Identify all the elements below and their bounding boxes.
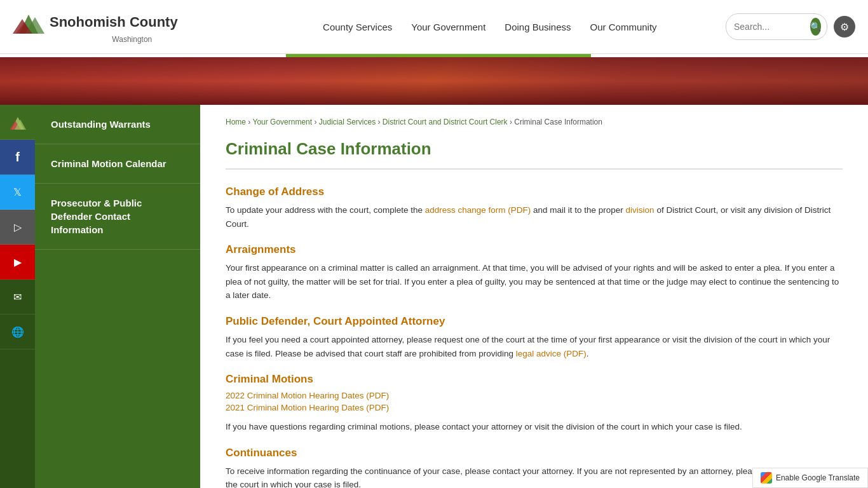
search-input[interactable]	[734, 22, 810, 32]
youtube-icon: ▶	[14, 256, 22, 268]
section-text-continuances: To receive information regarding the con…	[226, 464, 843, 488]
search-box[interactable]: 🔍	[726, 13, 827, 40]
nav-your-government[interactable]: Your Government	[411, 22, 485, 32]
rss-button[interactable]: ▷	[0, 210, 35, 245]
translate-label: Enable Google Translate	[776, 473, 860, 482]
nav-county-services[interactable]: County Services	[323, 22, 392, 32]
sidebar-home-button[interactable]	[0, 105, 35, 140]
social-sidebar: f 𝕏 ▷ ▶ ✉ 🌐	[0, 105, 35, 488]
youtube-button[interactable]: ▶	[0, 245, 35, 280]
legal-advice-link[interactable]: legal advice (PDF)	[516, 349, 587, 358]
sidebar-item-warrants[interactable]: Outstanding Warrants	[35, 105, 200, 144]
section-heading-criminal-motions: Criminal Motions	[226, 373, 843, 386]
breadcrumb: Home › Your Government › Judicial Servic…	[226, 118, 843, 126]
twitter-button[interactable]: 𝕏	[0, 175, 35, 210]
home-mountain-icon	[9, 113, 27, 131]
search-button[interactable]: 🔍	[810, 18, 821, 36]
logo-area[interactable]: Snohomish County Washington	[13, 10, 178, 44]
twitter-icon: 𝕏	[13, 186, 22, 198]
breadcrumb-home[interactable]: Home	[226, 118, 246, 126]
logo-text: Snohomish County	[13, 10, 178, 35]
sidebar-item-criminal-motion[interactable]: Criminal Motion Calendar	[35, 144, 200, 184]
gear-icon: ⚙	[840, 21, 849, 33]
content-area: Home › Your Government › Judicial Servic…	[200, 105, 868, 488]
header-right: 🔍 ⚙	[726, 13, 855, 40]
logo-mountain-icon	[13, 10, 44, 35]
breadcrumb-current: Criminal Case Information	[514, 118, 602, 126]
section-text-public-defender: If you feel you need a court appointed a…	[226, 333, 843, 360]
breadcrumb-sep-2: ›	[314, 118, 318, 126]
section-heading-arraignments: Arraignments	[226, 243, 843, 256]
section-heading-continuances: Continuances	[226, 447, 843, 459]
search-icon: 🔍	[810, 22, 821, 32]
section-heading-public-defender: Public Defender, Court Appointed Attorne…	[226, 315, 843, 328]
main-nav: County Services Your Government Doing Bu…	[254, 22, 726, 32]
section-text-address: To update your address with the court, c…	[226, 203, 843, 231]
globe-icon: 🌐	[11, 326, 24, 338]
settings-button[interactable]: ⚙	[834, 16, 855, 37]
main-layout: f 𝕏 ▷ ▶ ✉ 🌐 Outstanding Warrants Crimina…	[0, 105, 868, 488]
section-text-arraignments: Your first appearance on a criminal matt…	[226, 261, 843, 302]
facebook-button[interactable]: f	[0, 140, 35, 175]
criminal-motion-2021-link[interactable]: 2021 Criminal Motion Hearing Dates (PDF)	[226, 403, 843, 412]
rss-icon: ▷	[14, 221, 22, 233]
site-header: Snohomish County Washington County Servi…	[0, 0, 868, 54]
breadcrumb-sep-3: ›	[378, 118, 383, 126]
division-link[interactable]: division	[626, 205, 654, 215]
logo-name: Snohomish County	[50, 14, 178, 30]
sidebar-item-prosecutor[interactable]: Prosecutor & Public Defender Contact Inf…	[35, 184, 200, 250]
section-heading-address: Change of Address	[226, 186, 843, 198]
email-button[interactable]: ✉	[0, 280, 35, 315]
nav-our-community[interactable]: Our Community	[590, 22, 657, 32]
criminal-motion-2022-link[interactable]: 2022 Criminal Motion Hearing Dates (PDF)	[226, 391, 843, 400]
logo-subtitle: Washington	[50, 35, 215, 44]
page-title: Criminal Case Information	[226, 139, 843, 170]
translate-bar[interactable]: Enable Google Translate	[752, 468, 868, 488]
breadcrumb-judicial[interactable]: Judicial Services	[319, 118, 376, 126]
globe-button[interactable]: 🌐	[0, 315, 35, 349]
nav-sidebar: Outstanding Warrants Criminal Motion Cal…	[35, 105, 200, 488]
google-translate-icon	[761, 472, 772, 484]
address-form-link[interactable]: address change form (PDF)	[425, 205, 531, 215]
facebook-icon: f	[15, 150, 20, 165]
section-text-criminal-motions-footer: If you have questions regarding criminal…	[226, 420, 843, 434]
nav-doing-business[interactable]: Doing Business	[505, 22, 571, 32]
email-icon: ✉	[13, 291, 22, 303]
breadcrumb-your-gov[interactable]: Your Government	[252, 118, 312, 126]
hero-image	[0, 57, 868, 105]
breadcrumb-district-court[interactable]: District Court and District Court Clerk	[383, 118, 508, 126]
